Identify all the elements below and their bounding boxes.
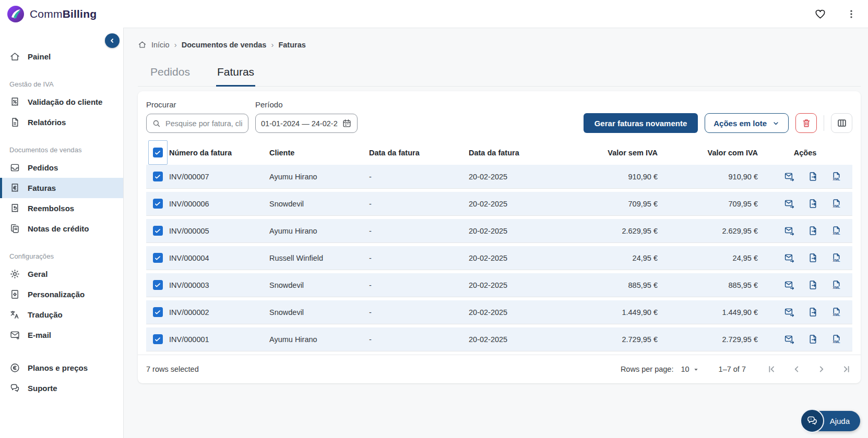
- export-document-icon[interactable]: [807, 252, 818, 263]
- export-xml-icon[interactable]: XML: [831, 171, 842, 182]
- export-xml-icon[interactable]: XML: [831, 334, 842, 345]
- row-checkbox[interactable]: [153, 172, 163, 181]
- row-checkbox[interactable]: [153, 226, 163, 236]
- export-document-icon[interactable]: [807, 225, 818, 236]
- sidebar-item-validacao-cliente[interactable]: Validação do cliente: [0, 92, 123, 112]
- previous-page-icon[interactable]: [791, 363, 802, 375]
- column-header-date2[interactable]: Data da fatura: [469, 149, 568, 157]
- next-page-icon[interactable]: [816, 363, 827, 375]
- sidebar-item-label: Planos e preços: [28, 363, 88, 372]
- invoice-date-2: 20-02-2025: [469, 173, 568, 181]
- send-email-icon[interactable]: [784, 279, 795, 290]
- sidebar-collapse-button[interactable]: [105, 33, 120, 48]
- sidebar-item-faturas[interactable]: Faturas: [0, 178, 123, 198]
- sidebar-item-geral[interactable]: Geral: [0, 264, 123, 284]
- sidebar-item-suporte[interactable]: Suporte: [0, 378, 123, 398]
- invoices-card: Procurar Período: [138, 91, 861, 383]
- sidebar-item-label: Notas de crédito: [28, 224, 89, 233]
- sidebar-item-personalizacao[interactable]: Personalização: [0, 284, 123, 305]
- export-document-icon[interactable]: [807, 279, 818, 290]
- export-document-icon[interactable]: [807, 334, 818, 345]
- client-name: Ayumu Hirano: [269, 173, 369, 181]
- breadcrumb-documentos-vendas[interactable]: Documentos de vendas: [182, 41, 267, 49]
- export-document-icon[interactable]: [807, 198, 818, 209]
- table-footer: 7 rows selected Rows per page: 10 1–7 of…: [138, 355, 861, 383]
- table-row[interactable]: INV/000002 Snowdevil - 20-02-2025 1.449,…: [146, 300, 852, 324]
- table-row[interactable]: INV/000006 Snowdevil - 20-02-2025 709,95…: [146, 192, 852, 216]
- sidebar-item-email[interactable]: E-mail: [0, 325, 123, 345]
- rows-per-page-select[interactable]: 10: [681, 365, 698, 373]
- export-xml-icon[interactable]: XML: [831, 225, 842, 236]
- sidebar-item-planos-precos[interactable]: Planos e preços: [0, 358, 123, 378]
- send-email-icon[interactable]: [784, 252, 795, 263]
- column-header-invoice[interactable]: Número da fatura: [169, 149, 269, 157]
- row-checkbox[interactable]: [153, 280, 163, 290]
- search-label: Procurar: [146, 100, 248, 109]
- row-checkbox[interactable]: [153, 199, 163, 209]
- breadcrumb-faturas[interactable]: Faturas: [278, 41, 305, 49]
- period-input[interactable]: [261, 119, 338, 128]
- period-input-wrap: [255, 114, 358, 133]
- value-gross: 2.629,95 €: [658, 227, 758, 235]
- sidebar-item-painel[interactable]: Painel: [0, 46, 123, 67]
- row-checkbox[interactable]: [153, 307, 163, 317]
- select-all-checkbox[interactable]: [153, 148, 163, 157]
- value-net: 910,90 €: [568, 173, 658, 181]
- tab-faturas[interactable]: Faturas: [216, 66, 255, 87]
- sidebar-item-traducao[interactable]: Tradução: [0, 305, 123, 325]
- invoice-date-2: 20-02-2025: [469, 227, 568, 235]
- column-header-client[interactable]: Cliente: [269, 149, 369, 157]
- table-row[interactable]: INV/000004 Russell Winfield - 20-02-2025…: [146, 246, 852, 270]
- table-row[interactable]: INV/000001 Ayumu Hirano - 20-02-2025 2.7…: [146, 327, 852, 351]
- export-xml-icon[interactable]: XML: [831, 307, 842, 318]
- table-row[interactable]: INV/000007 Ayumu Hirano - 20-02-2025 910…: [146, 165, 852, 189]
- send-email-icon[interactable]: [784, 171, 795, 182]
- help-button[interactable]: Ajuda: [803, 411, 860, 431]
- invoice-number: INV/000001: [169, 335, 269, 344]
- column-header-date1[interactable]: Data da fatura: [369, 149, 469, 157]
- search-input[interactable]: [165, 119, 243, 128]
- row-checkbox[interactable]: [153, 334, 163, 344]
- sidebar-item-relatorios[interactable]: Relatórios: [0, 112, 123, 132]
- export-xml-icon[interactable]: XML: [831, 279, 842, 290]
- period-field-group: Período: [255, 100, 358, 133]
- table-row[interactable]: INV/000003 Snowdevil - 20-02-2025 885,95…: [146, 273, 852, 297]
- chevron-left-icon: [108, 36, 117, 45]
- sidebar-section-configuracoes: Configurações: [9, 252, 114, 260]
- send-email-icon[interactable]: [784, 334, 795, 345]
- regenerate-invoices-button[interactable]: Gerar faturas novamente: [584, 113, 698, 133]
- overflow-menu-button[interactable]: [844, 7, 859, 21]
- client-name: Russell Winfield: [269, 254, 369, 262]
- column-header-net[interactable]: Valor sem IVA: [568, 149, 658, 157]
- table-row[interactable]: INV/000005 Ayumu Hirano - 20-02-2025 2.6…: [146, 219, 852, 243]
- search-icon: [152, 119, 161, 128]
- delete-selected-button[interactable]: [795, 113, 817, 133]
- manage-columns-button[interactable]: [831, 113, 852, 133]
- sidebar-item-reembolsos[interactable]: Reembolsos: [0, 198, 123, 218]
- batch-actions-button[interactable]: Ações em lote: [705, 113, 789, 133]
- export-document-icon[interactable]: [807, 171, 818, 182]
- brand-name: CommBilling: [30, 8, 97, 20]
- sidebar-section-gestao-iva: Gestão de IVA: [9, 80, 114, 88]
- client-name: Snowdevil: [269, 308, 369, 317]
- home-icon: [138, 40, 147, 49]
- column-header-gross[interactable]: Valor com IVA: [658, 149, 758, 157]
- sidebar-item-notas-credito[interactable]: Notas de crédito: [0, 218, 123, 239]
- brand-logo: CommBilling: [6, 5, 97, 23]
- tab-pedidos[interactable]: Pedidos: [149, 66, 191, 87]
- send-email-icon[interactable]: [784, 198, 795, 209]
- client-name: Snowdevil: [269, 200, 369, 208]
- breadcrumb-inicio[interactable]: Início: [151, 41, 170, 49]
- invoice-date-1: -: [369, 335, 469, 344]
- send-email-icon[interactable]: [784, 307, 795, 318]
- send-email-icon[interactable]: [784, 225, 795, 236]
- row-checkbox[interactable]: [153, 253, 163, 263]
- last-page-icon[interactable]: [841, 363, 852, 375]
- value-gross: 709,95 €: [658, 200, 758, 208]
- sidebar-item-pedidos[interactable]: Pedidos: [0, 157, 123, 178]
- favorites-button[interactable]: [812, 6, 828, 22]
- export-xml-icon[interactable]: XML: [831, 252, 842, 263]
- export-document-icon[interactable]: [807, 307, 818, 318]
- export-xml-icon[interactable]: XML: [831, 198, 842, 209]
- first-page-icon[interactable]: [766, 363, 777, 375]
